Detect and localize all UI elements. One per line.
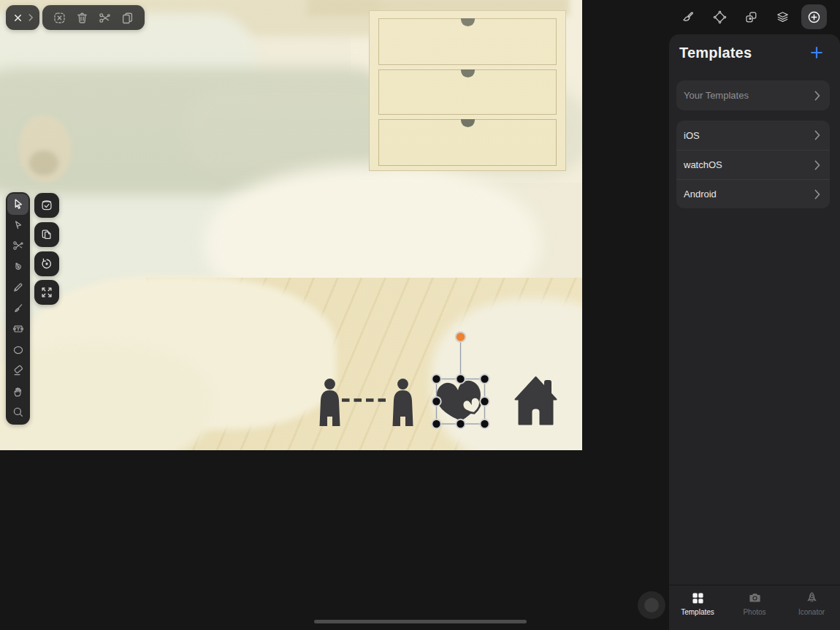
- layers-icon[interactable]: [770, 4, 795, 29]
- double-heart-shape[interactable]: [435, 379, 484, 423]
- rotation-handle[interactable]: [456, 332, 466, 342]
- chevron-right-icon: [814, 189, 820, 200]
- deselect-icon[interactable]: [50, 8, 69, 27]
- chevron-right-icon: [814, 160, 820, 170]
- add-library-icon[interactable]: [801, 4, 827, 29]
- list-item-label: Android: [684, 189, 717, 200]
- panel-tab-bar: Templates Photos Iconator: [669, 585, 840, 630]
- home-indicator[interactable]: [314, 620, 527, 623]
- tab-label: Iconator: [798, 608, 825, 616]
- pen-tool[interactable]: [7, 257, 28, 278]
- scissors-icon[interactable]: [96, 8, 115, 27]
- tab-templates[interactable]: Templates: [672, 591, 723, 616]
- duplicate-icon[interactable]: [118, 8, 137, 27]
- tab-photos[interactable]: Photos: [729, 591, 780, 616]
- brush-tool[interactable]: [7, 298, 28, 319]
- camera-icon: [747, 591, 763, 606]
- person-shape[interactable]: [320, 379, 340, 426]
- add-template-button[interactable]: [809, 45, 824, 60]
- chevron-right-icon: [814, 91, 820, 101]
- shape-editor-icon[interactable]: [707, 4, 733, 29]
- grid-icon: [690, 591, 706, 606]
- list-item-ios[interactable]: iOS: [676, 121, 830, 150]
- canvas-dial-button[interactable]: [638, 591, 665, 619]
- chevron-right-icon: [27, 8, 34, 27]
- rocket-magnifier-icon: [804, 591, 820, 606]
- zoom-tool[interactable]: [7, 402, 28, 423]
- panel-header: Templates: [669, 34, 840, 64]
- text-tool[interactable]: [7, 319, 28, 340]
- select-check-button[interactable]: [34, 193, 59, 218]
- platform-templates-group: iOS watchOS Android: [676, 121, 830, 208]
- close-selection-button[interactable]: [6, 5, 39, 30]
- rotate-reset-button[interactable]: [34, 251, 59, 276]
- hand-tool[interactable]: [7, 382, 28, 403]
- your-templates-group: Your Templates: [676, 80, 830, 110]
- list-item-label: iOS: [684, 130, 700, 141]
- scissors-tool[interactable]: [7, 235, 28, 257]
- tool-rail: [6, 192, 30, 425]
- chevron-right-icon: [814, 130, 820, 140]
- node-select-tool[interactable]: [7, 215, 28, 236]
- paste-button[interactable]: [34, 222, 59, 247]
- ellipse-tool[interactable]: [7, 340, 28, 361]
- pencil-tool[interactable]: [7, 277, 28, 298]
- arrange-icon[interactable]: [738, 4, 764, 29]
- tab-iconator[interactable]: Iconator: [786, 591, 837, 616]
- eraser-tool[interactable]: [7, 360, 28, 382]
- edit-actions-toolbar: [42, 5, 145, 30]
- list-item-android[interactable]: Android: [676, 179, 830, 208]
- canvas[interactable]: [0, 0, 582, 450]
- person-shape[interactable]: [393, 379, 413, 426]
- list-item-label: watchOS: [684, 159, 722, 170]
- tab-label: Templates: [681, 608, 714, 616]
- list-item-label: Your Templates: [684, 90, 749, 101]
- close-icon[interactable]: [11, 8, 24, 27]
- inspector-toolbar: [669, 0, 840, 34]
- list-item-your-templates[interactable]: Your Templates: [676, 80, 830, 110]
- trash-icon[interactable]: [73, 8, 92, 27]
- templates-panel: Templates Your Templates iOS watchOS: [669, 34, 840, 630]
- tab-label: Photos: [743, 608, 765, 616]
- canvas-shapes-layer: [0, 0, 582, 450]
- dial-inner-dot: [644, 598, 659, 612]
- list-item-watchos[interactable]: watchOS: [676, 150, 830, 179]
- panel-title: Templates: [679, 45, 752, 61]
- expand-button[interactable]: [34, 280, 59, 305]
- select-tool[interactable]: [7, 194, 28, 215]
- house-shape[interactable]: [516, 377, 557, 425]
- style-paint-icon[interactable]: [676, 4, 701, 29]
